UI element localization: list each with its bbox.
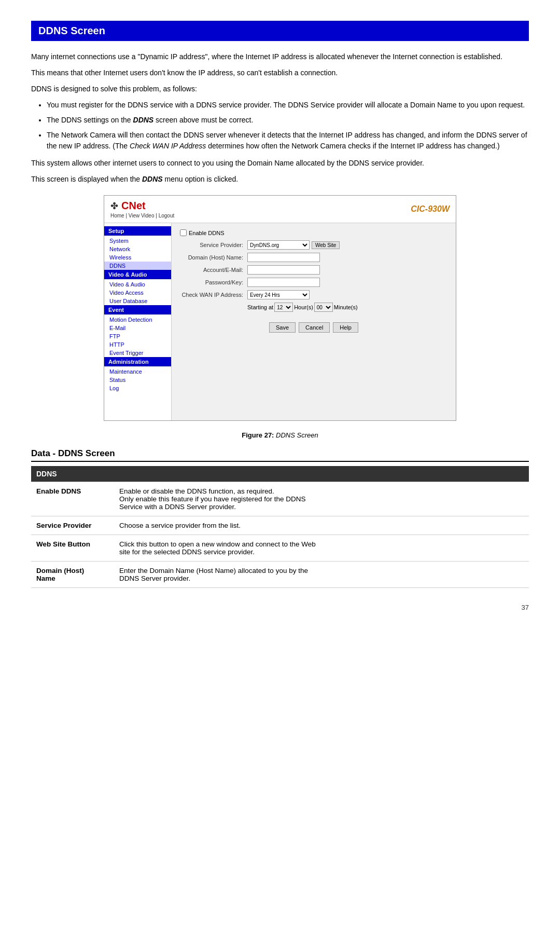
field-enable-ddns: Enable DDNS (31, 482, 114, 516)
sidebar-admin-label: Administration (104, 357, 171, 366)
sidebar-link-email[interactable]: E-Mail (104, 324, 171, 332)
account-email-input[interactable] (247, 265, 320, 275)
help-button[interactable]: Help (333, 322, 358, 333)
service-provider-row: Service Provider: DynDNS.org Web Site (180, 240, 447, 250)
service-provider-label: Service Provider: (180, 242, 247, 248)
sidebar-link-system[interactable]: System (104, 237, 171, 245)
logo-grid-icon: ✤ (110, 200, 118, 212)
domain-host-row: Domain (Host) Name: (180, 253, 447, 262)
paragraph-4: This system allows other internet users … (31, 158, 529, 169)
enable-ddns-row: Enable DDNS (180, 229, 447, 236)
page-title: DDNS Screen (31, 21, 529, 41)
sidebar-link-maintenance[interactable]: Maintenance (104, 367, 171, 376)
sidebar-link-http[interactable]: HTTP (104, 340, 171, 349)
save-button[interactable]: Save (269, 322, 296, 333)
hours-label: Hour(s) (294, 304, 313, 310)
web-site-button[interactable]: Web Site (312, 241, 340, 249)
password-row: Password/Key: (180, 278, 447, 287)
data-table: DDNS Enable DDNS Enable or disable the D… (31, 466, 529, 588)
starting-at-label: Starting at (247, 304, 273, 310)
cam-main-content: Enable DDNS Service Provider: DynDNS.org… (172, 223, 456, 420)
cam-model: CIC-930W (411, 204, 450, 214)
cam-footer-buttons: Save Cancel Help (180, 317, 447, 338)
sidebar-link-event-trigger[interactable]: Event Trigger (104, 349, 171, 357)
logo-text: CNet (121, 200, 146, 211)
desc-web-site-button: Click this button to open a new window a… (114, 535, 529, 562)
sidebar-link-user-database[interactable]: User Database (104, 297, 171, 305)
field-service-provider: Service Provider (31, 516, 114, 535)
password-label: Password/Key: (180, 279, 247, 285)
service-provider-select[interactable]: DynDNS.org (247, 240, 310, 250)
check-wan-label: Check WAN IP Address: (180, 292, 247, 298)
sidebar-video-label: Video & Audio (104, 270, 171, 279)
bullet-item-1: You must register for the DDNS service w… (47, 100, 529, 111)
domain-host-label: Domain (Host) Name: (180, 254, 247, 261)
desc-service-provider: Choose a service provider from the list. (114, 516, 529, 535)
sidebar-setup-label: Setup (104, 226, 171, 236)
bullet-item-2: The DDNS settings on the DDNS screen abo… (47, 115, 529, 126)
password-input[interactable] (247, 278, 320, 287)
data-section-title: Data - DDNS Screen (31, 448, 529, 462)
sidebar-link-ddns[interactable]: DDNS (104, 262, 171, 270)
cam-header: ✤ CNet Home | View Video | Logout CIC-93… (104, 196, 456, 223)
cam-sidebar: Setup System Network Wireless DDNS Video… (104, 223, 172, 420)
check-wan-select[interactable]: Every 24 Hrs (247, 290, 310, 299)
cancel-button[interactable]: Cancel (299, 322, 330, 333)
minute-select[interactable]: 00 (314, 303, 333, 312)
table-row: Enable DDNS Enable or disable the DDNS f… (31, 482, 529, 516)
table-row: Web Site Button Click this button to ope… (31, 535, 529, 562)
account-email-row: Account/E-Mail: (180, 265, 447, 275)
domain-host-input[interactable] (247, 253, 320, 262)
cam-body: Setup System Network Wireless DDNS Video… (104, 223, 456, 420)
page-number: 37 (31, 604, 529, 611)
desc-domain-host-name: Enter the Domain Name (Host Name) alloca… (114, 562, 529, 588)
cam-logo: ✤ CNet Home | View Video | Logout (110, 200, 174, 218)
camera-ui: ✤ CNet Home | View Video | Logout CIC-93… (104, 196, 456, 420)
field-domain-host-name: Domain (Host)Name (31, 562, 114, 588)
intro-paragraph-1: Many internet connections use a "Dynamic… (31, 51, 529, 62)
sidebar-link-network[interactable]: Network (104, 245, 171, 253)
table-header-cell: DDNS (31, 466, 529, 482)
table-header-row: DDNS (31, 466, 529, 482)
table-row: Domain (Host)Name Enter the Domain Name … (31, 562, 529, 588)
paragraph-5: This screen is displayed when the DDNS m… (31, 174, 529, 185)
sidebar-link-video-audio[interactable]: Video & Audio (104, 280, 171, 289)
intro-paragraph-3: DDNS is designed to solve this problem, … (31, 84, 529, 94)
desc-enable-ddns: Enable or disable the DDNS function, as … (114, 482, 529, 516)
field-web-site-button: Web Site Button (31, 535, 114, 562)
sidebar-link-wireless[interactable]: Wireless (104, 253, 171, 262)
minutes-label: Minute(s) (334, 304, 358, 310)
sidebar-link-ftp[interactable]: FTP (104, 332, 171, 340)
sidebar-link-motion-detection[interactable]: Motion Detection (104, 316, 171, 324)
bullet-item-3: The Network Camera will then contact the… (47, 130, 529, 152)
cam-logo-brand: ✤ CNet (110, 200, 174, 212)
sidebar-link-status[interactable]: Status (104, 376, 171, 384)
check-wan-row: Check WAN IP Address: Every 24 Hrs (180, 290, 447, 299)
enable-ddns-label: Enable DDNS (189, 230, 224, 236)
sidebar-link-log[interactable]: Log (104, 384, 171, 392)
sidebar-event-label: Event (104, 305, 171, 314)
cam-nav-links: Home | View Video | Logout (110, 213, 174, 218)
enable-ddns-checkbox[interactable] (180, 229, 187, 236)
sidebar-link-video-access[interactable]: Video Access (104, 289, 171, 297)
table-row: Service Provider Choose a service provid… (31, 516, 529, 535)
starting-at-row: Starting at 12 Hour(s) 00 Minute(s) (180, 303, 447, 312)
figure-ddns-screen: ✤ CNet Home | View Video | Logout CIC-93… (104, 195, 456, 421)
figure-caption: Figure 27: DDNS Screen (31, 431, 529, 439)
bullet-list: You must register for the DDNS service w… (47, 100, 529, 152)
intro-paragraph-2: This means that other Internet users don… (31, 67, 529, 78)
hour-select[interactable]: 12 (274, 303, 293, 312)
account-email-label: Account/E-Mail: (180, 267, 247, 273)
